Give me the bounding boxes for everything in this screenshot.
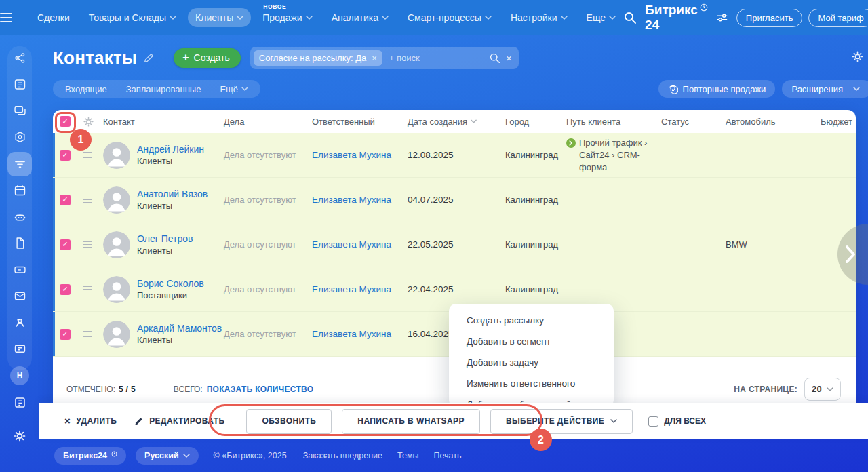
settings-icon[interactable] bbox=[7, 424, 32, 448]
counter-tab[interactable]: Запланированные bbox=[117, 84, 211, 94]
show-count-link[interactable]: ПОКАЗАТЬ КОЛИЧЕСТВО bbox=[207, 385, 314, 394]
topbar-pill-button[interactable]: Пригласить bbox=[736, 9, 803, 27]
drag-handle-icon[interactable] bbox=[83, 241, 92, 248]
contact-name-link[interactable]: Анатолий Вязов bbox=[137, 188, 208, 200]
action-button-label: ВЫБЕРИТЕ ДЕЙСТВИЕ bbox=[506, 416, 604, 426]
row-checkbox[interactable]: ✓ bbox=[60, 150, 71, 161]
table-row[interactable]: ✓ Андрей Лейкин Клиенты Дела отсутствуют… bbox=[53, 133, 856, 178]
delete-button[interactable]: × УДАЛИТЬ bbox=[64, 416, 117, 426]
action-button[interactable]: НАПИСАТЬ В WHATSAPP bbox=[342, 409, 480, 434]
menu-item[interactable]: Добавить задачу bbox=[449, 352, 614, 373]
created-date-cell: 22.04.2025 bbox=[408, 284, 505, 294]
create-button[interactable]: + Создать bbox=[174, 48, 241, 68]
row-checkbox[interactable]: ✓ bbox=[60, 195, 71, 205]
menu-item[interactable]: Добавить в сегмент bbox=[449, 331, 614, 352]
search-input[interactable] bbox=[388, 52, 484, 64]
chevron-down-icon bbox=[610, 419, 617, 423]
drag-handle-icon[interactable] bbox=[83, 286, 92, 293]
column-header[interactable]: Автомобиль bbox=[726, 117, 821, 127]
crm-icon[interactable] bbox=[7, 152, 32, 176]
filter-search-bar[interactable]: Согласие на рассылку: Да × × bbox=[250, 47, 519, 69]
contact-name-link[interactable]: Андрей Лейкин bbox=[137, 143, 204, 155]
responsible-link[interactable]: Елизавета Мухина bbox=[312, 239, 408, 250]
top-nav-item[interactable]: Товары и Склады bbox=[81, 8, 184, 27]
drive-icon[interactable] bbox=[7, 258, 32, 282]
bitrix24-logo[interactable]: Битрикс 24 bbox=[645, 3, 708, 33]
top-nav-item[interactable]: Клиенты bbox=[188, 8, 251, 27]
topbar-pill-button[interactable]: Мой тариф bbox=[808, 9, 868, 27]
top-nav-item[interactable]: Аналитика bbox=[324, 8, 396, 27]
search-icon[interactable] bbox=[623, 11, 637, 24]
edit-title-pencil-icon[interactable] bbox=[144, 52, 155, 63]
column-header[interactable]: Ответственный bbox=[312, 117, 408, 127]
counter-tab[interactable]: Ещё bbox=[210, 84, 258, 94]
column-header[interactable]: Бюджет bbox=[821, 117, 856, 127]
row-checkbox[interactable]: ✓ bbox=[60, 239, 71, 250]
top-nav-item[interactable]: Настройки bbox=[503, 8, 575, 27]
tasks-icon[interactable] bbox=[7, 391, 32, 415]
messenger-icon[interactable] bbox=[7, 99, 32, 123]
drag-handle-icon[interactable] bbox=[83, 152, 92, 159]
language-selector[interactable]: Русский bbox=[136, 447, 199, 465]
city-cell: Калининград bbox=[505, 239, 566, 250]
mail-icon[interactable] bbox=[7, 284, 32, 309]
drag-handle-icon[interactable] bbox=[83, 197, 92, 203]
row-drag-cell bbox=[83, 152, 103, 159]
per-page-select[interactable]: 20 bbox=[804, 378, 841, 401]
footer-link[interactable]: Заказать внедрение bbox=[303, 451, 382, 460]
select-all-checkbox[interactable]: ✓ bbox=[60, 116, 71, 127]
main-menu-burger-icon[interactable] bbox=[0, 13, 12, 22]
filter-chip[interactable]: Согласие на рассылку: Да × bbox=[254, 50, 382, 66]
responsible-link[interactable]: Елизавета Мухина bbox=[312, 150, 408, 160]
table-row[interactable]: ✓ Анатолий Вязов Клиенты Дела отсутствую… bbox=[53, 178, 856, 222]
footer-brand-button[interactable]: Битрикс24 bbox=[54, 447, 126, 465]
company-icon[interactable] bbox=[7, 311, 32, 335]
calendar-icon[interactable] bbox=[7, 178, 32, 203]
contact-name-link[interactable]: Борис Соколов bbox=[137, 277, 204, 290]
for-all-checkbox[interactable] bbox=[648, 416, 658, 427]
top-nav-item[interactable]: Еще bbox=[579, 8, 624, 27]
table-row[interactable]: ✓ Олег Петров Клиенты Дела отсутствуют Е… bbox=[53, 222, 856, 267]
view-settings-gear-icon[interactable] bbox=[851, 50, 864, 63]
ai-bot-icon[interactable] bbox=[7, 205, 32, 229]
counter-tab[interactable]: Входящие bbox=[56, 84, 117, 94]
responsible-link[interactable]: Елизавета Мухина bbox=[312, 329, 408, 339]
top-nav-item[interactable]: Сделки bbox=[30, 8, 77, 27]
clear-search-icon[interactable]: × bbox=[506, 52, 512, 64]
whiteboard-icon[interactable] bbox=[7, 337, 32, 361]
sign-icon[interactable] bbox=[7, 125, 32, 150]
feed-icon[interactable] bbox=[7, 73, 32, 97]
search-icon[interactable] bbox=[489, 52, 500, 64]
action-button[interactable]: ОБЗВОНИТЬ bbox=[246, 409, 332, 434]
column-header[interactable]: Статус bbox=[661, 117, 726, 127]
menu-item[interactable]: Создать рассылку bbox=[449, 310, 614, 331]
column-header[interactable]: Дела bbox=[224, 117, 312, 127]
pulse-icon[interactable] bbox=[7, 46, 32, 71]
row-checkbox[interactable]: ✓ bbox=[60, 284, 71, 295]
contact-name-link[interactable]: Олег Петров bbox=[137, 233, 193, 245]
grid-settings-gear-icon[interactable] bbox=[83, 116, 103, 127]
row-checkbox[interactable]: ✓ bbox=[60, 329, 71, 340]
column-header[interactable]: Город bbox=[505, 117, 566, 127]
drag-handle-icon[interactable] bbox=[83, 331, 92, 338]
sliders-icon[interactable] bbox=[716, 12, 728, 24]
extensions-button[interactable]: Расширения bbox=[782, 80, 868, 98]
remove-filter-icon[interactable]: × bbox=[372, 53, 377, 63]
edit-button[interactable]: РЕДАКТИРОВАТЬ bbox=[134, 416, 224, 426]
column-header[interactable]: Путь клиента bbox=[566, 117, 661, 127]
footer-link[interactable]: Темы bbox=[397, 451, 418, 460]
column-header[interactable]: Дата создания bbox=[408, 117, 505, 127]
for-all-checkbox-group[interactable]: ДЛЯ ВСЕХ bbox=[648, 416, 706, 427]
documents-icon[interactable] bbox=[7, 231, 32, 256]
action-button[interactable]: ВЫБЕРИТЕ ДЕЙСТВИЕ bbox=[490, 409, 633, 434]
column-header-label: Автомобиль bbox=[726, 117, 776, 127]
responsible-link[interactable]: Елизавета Мухина bbox=[312, 284, 408, 294]
footer-link[interactable]: Печать bbox=[434, 451, 462, 460]
repeat-sales-button[interactable]: Повторные продажи bbox=[658, 80, 776, 98]
menu-item[interactable]: Изменить ответственного bbox=[449, 373, 614, 394]
contact-name-link[interactable]: Аркадий Мамонтов bbox=[137, 322, 222, 334]
column-header[interactable]: Контакт bbox=[103, 117, 224, 127]
top-nav-item[interactable]: Смарт-процессы bbox=[400, 8, 499, 27]
responsible-link[interactable]: Елизавета Мухина bbox=[312, 195, 408, 205]
top-nav-item[interactable]: новое Продажи bbox=[255, 8, 319, 27]
